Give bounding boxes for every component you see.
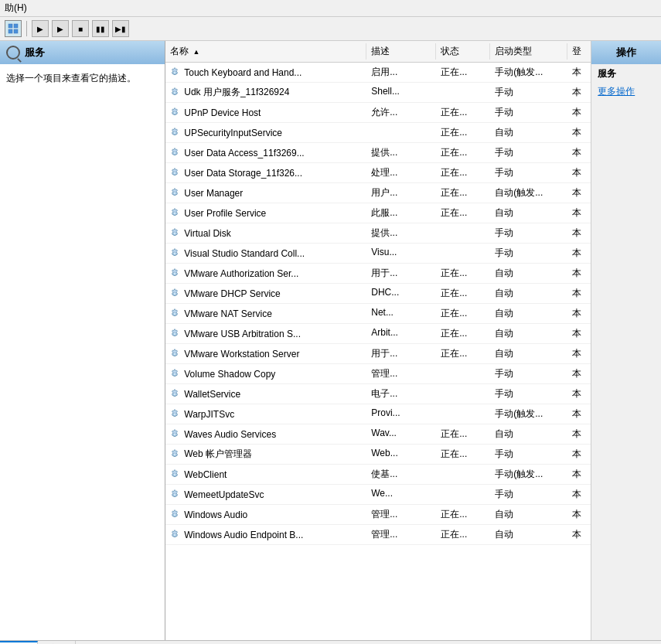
gear-icon	[169, 388, 181, 400]
service-login: 本	[567, 446, 591, 462]
toolbar-skip-btn[interactable]: ▶▮	[112, 20, 129, 37]
svg-point-13	[173, 152, 176, 155]
table-row[interactable]: Udk 用户服务_11f326924Shell...手动本	[165, 83, 591, 103]
table-row[interactable]: VMware Authorization Ser...用于...正在...自动本	[165, 264, 591, 284]
service-name: Windows Audio	[184, 509, 247, 520]
gear-icon	[169, 328, 181, 340]
service-login: 本	[567, 325, 591, 342]
svg-point-39	[173, 413, 176, 416]
svg-point-37	[173, 393, 176, 396]
service-name-cell: Volume Shadow Copy	[165, 366, 366, 382]
service-login: 本	[567, 84, 591, 101]
service-status: 正在...	[436, 305, 490, 322]
service-name: Web 帐户管理器	[184, 448, 252, 461]
service-status: 正在...	[436, 526, 490, 543]
table-row[interactable]: VMware Workstation Server用于...正在...自动本	[165, 344, 591, 364]
toolbar-play2-btn[interactable]: ▶	[52, 20, 69, 37]
service-login: 本	[567, 526, 591, 543]
table-row[interactable]: UPSecurityInputService正在...自动本	[165, 123, 591, 143]
table-row[interactable]: Touch Keyboard and Hand...启用...正在...手动(触…	[165, 63, 591, 83]
gear-icon	[169, 288, 181, 300]
table-row[interactable]: WemeetUpdateSvcWe...手动本	[165, 485, 591, 505]
service-startup: 手动	[490, 245, 567, 261]
col-header-startup[interactable]: 启动类型	[490, 43, 567, 60]
service-status: 正在...	[436, 506, 490, 523]
service-startup: 自动	[490, 325, 567, 342]
service-desc: Visu...	[366, 245, 436, 261]
service-login: 本	[567, 466, 591, 482]
help-menu[interactable]: 助(H)	[5, 2, 27, 13]
service-desc: 管理...	[366, 366, 436, 382]
gear-icon	[169, 66, 181, 79]
table-row[interactable]: VMware DHCP ServiceDHC...正在...自动本	[165, 284, 591, 304]
table-row[interactable]: Visual Studio Standard Coll...Visu...手动本	[165, 244, 591, 264]
service-login: 本	[567, 64, 591, 80]
service-startup: 自动(触发...	[490, 185, 567, 201]
table-row[interactable]: Web 帐户管理器Web...正在...手动本	[165, 445, 591, 465]
toolbar-play-btn[interactable]: ▶	[32, 20, 49, 37]
service-table-panel: 名称 ▲ 描述 状态 启动类型 登 Touch Keyboard and Han…	[165, 41, 591, 640]
service-startup: 自动	[490, 526, 567, 543]
service-name: Virtual Disk	[184, 228, 230, 239]
table-body[interactable]: Touch Keyboard and Hand...启用...正在...手动(触…	[165, 63, 591, 640]
tab-extended[interactable]: 扩展	[38, 641, 76, 644]
service-login: 本	[567, 346, 591, 362]
service-login: 本	[567, 124, 591, 141]
table-row[interactable]: Windows Audio管理...正在...自动本	[165, 505, 591, 525]
service-desc: 提供...	[366, 225, 436, 241]
table-row[interactable]: WalletService电子...手动本	[165, 384, 591, 404]
menu-bar: 助(H)	[0, 0, 661, 17]
service-name: VMware Workstation Server	[184, 349, 299, 359]
svg-point-21	[173, 232, 176, 235]
service-name: Windows Audio Endpoint B...	[184, 530, 303, 540]
service-name: VMware Authorization Ser...	[184, 268, 298, 279]
svg-rect-2	[9, 29, 12, 33]
service-startup: 手动	[490, 84, 567, 101]
service-status	[436, 84, 490, 101]
service-desc: Net...	[366, 305, 436, 322]
service-status: 正在...	[436, 124, 490, 141]
service-startup: 手动(触发...	[490, 466, 567, 482]
table-row[interactable]: VMware USB Arbitration S...Arbit...正在...…	[165, 324, 591, 344]
tab-standard[interactable]: 标准	[0, 641, 38, 644]
col-header-name[interactable]: 名称 ▲	[165, 43, 366, 60]
service-login: 本	[567, 245, 591, 261]
col-header-status[interactable]: 状态	[436, 43, 490, 60]
service-name: Touch Keyboard and Hand...	[184, 67, 302, 78]
table-row[interactable]: Virtual Disk提供...手动本	[165, 223, 591, 244]
col-header-login[interactable]: 登	[567, 43, 591, 60]
svg-point-5	[173, 71, 176, 74]
table-row[interactable]: Volume Shadow Copy管理...手动本	[165, 364, 591, 384]
table-row[interactable]: User Manager用户...正在...自动(触发...本	[165, 183, 591, 203]
service-status	[436, 225, 490, 241]
table-row[interactable]: User Profile Service此服...正在...自动本	[165, 203, 591, 223]
toolbar-stop-btn[interactable]: ■	[72, 20, 89, 37]
service-startup: 手动	[490, 165, 567, 181]
ops-section-services: 服务	[591, 64, 661, 83]
toolbar-pause-btn[interactable]: ▮▮	[92, 20, 109, 37]
svg-point-41	[173, 433, 176, 436]
col-header-desc[interactable]: 描述	[366, 43, 436, 60]
service-status	[436, 466, 490, 482]
service-name-cell: VMware Authorization Ser...	[165, 265, 366, 281]
left-header: 服务	[0, 41, 165, 64]
service-status: 正在...	[436, 426, 490, 442]
more-ops-link[interactable]: 更多操作	[591, 83, 661, 100]
service-desc: We...	[366, 486, 436, 503]
table-row[interactable]: WebClient使基...手动(触发...本	[165, 465, 591, 485]
service-status: 正在...	[436, 104, 490, 121]
table-row[interactable]: User Data Storage_11f326...处理...正在...手动本	[165, 163, 591, 183]
table-row[interactable]: User Data Access_11f3269...提供...正在...手动本	[165, 143, 591, 163]
svg-point-11	[173, 131, 176, 135]
table-row[interactable]: Waves Audio ServicesWav...正在...自动本	[165, 424, 591, 445]
gear-icon	[169, 127, 181, 139]
service-name-cell: User Data Access_11f3269...	[165, 145, 366, 161]
table-row[interactable]: VMware NAT ServiceNet...正在...自动本	[165, 304, 591, 324]
svg-point-45	[173, 473, 176, 476]
gear-icon	[169, 87, 181, 99]
search-icon	[6, 46, 20, 60]
table-row[interactable]: WarpJITSvcProvi...手动(触发...本	[165, 404, 591, 424]
table-row[interactable]: Windows Audio Endpoint B...管理...正在...自动本	[165, 525, 591, 545]
table-row[interactable]: UPnP Device Host允许...正在...手动本	[165, 103, 591, 123]
main-container: 服务 选择一个项目来查看它的描述。 名称 ▲ 描述 状态 启动类型 登 Touc…	[0, 41, 661, 640]
